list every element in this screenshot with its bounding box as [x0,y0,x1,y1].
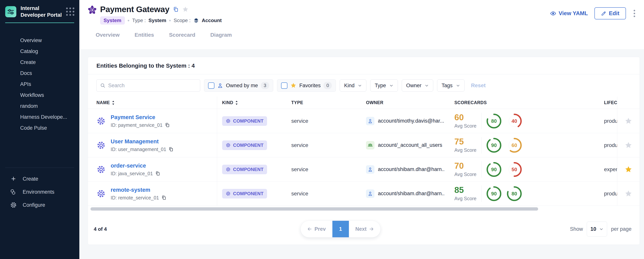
owner-name: account/_account_all_users [378,142,442,148]
svg-text:40: 40 [512,118,517,124]
copy-icon[interactable] [168,147,174,152]
tab[interactable]: Scorecard [169,32,196,49]
entity-name-link[interactable]: order-service [111,162,160,169]
filter-dropdown[interactable]: Owner [402,79,434,92]
kind-badge: COMPONENT [222,116,267,126]
column-header-kind[interactable]: KIND [217,100,280,105]
search-input[interactable] [108,82,196,88]
scorecard-ring-gauge[interactable]: 40 [506,113,522,129]
edit-button-label: Edit [609,10,620,16]
type-cell: service [280,166,356,172]
filter-dropdown[interactable]: Type [370,79,398,92]
view-yaml-button[interactable]: View YAML [550,10,588,16]
filter-dropdown[interactable]: Tags [437,79,464,92]
sidebar-item-create[interactable]: + Create [0,172,79,186]
sidebar-nav-item[interactable]: Create [5,57,74,68]
sidebar-nav-item[interactable]: Harness Develope... [5,112,74,122]
favorite-star-icon[interactable] [182,6,189,13]
scorecard-ring-gauge[interactable]: 90 [486,162,502,178]
table-row[interactable]: remote-system ID: remote_service_01 [88,182,640,206]
tab[interactable]: Diagram [210,32,232,49]
next-page-button[interactable]: Next [349,221,380,237]
name-cell: remote-system ID: remote_service_01 [88,182,217,206]
copy-icon[interactable] [155,171,160,176]
scorecard-ring-gauge[interactable]: 50 [506,162,522,178]
checkbox[interactable] [208,82,214,89]
favorite-star-icon[interactable] [624,190,632,198]
copy-icon[interactable] [165,122,170,128]
prev-page-button[interactable]: Prev [301,221,332,237]
sidebar-item-configure-label: Configure [23,202,45,208]
table-row[interactable]: User Management ID: user_management_01 [88,133,640,157]
scorecard-ring-gauge[interactable]: 90 [486,137,502,153]
search-box [96,79,200,92]
more-options-kebab-icon[interactable] [632,8,636,19]
horizontal-scrollbar[interactable] [90,207,538,210]
owner-name: account/shibam.dhar@harn... [378,166,445,172]
sidebar-nav-item[interactable]: Workflows [5,90,74,101]
scorecard-ring-gauge[interactable]: 80 [486,113,502,129]
sidebar-nav-item[interactable]: random [5,101,74,112]
sidebar-nav-item[interactable]: Catalog [5,46,74,57]
copy-icon[interactable] [173,6,179,12]
avg-score-value: 85 [454,186,480,194]
filter-dropdowns: Kind Type Owner Tags [340,79,464,92]
scorecards-cell: 85 Avg Score 90 [445,186,594,202]
owned-by-me-count: 3 [261,82,269,89]
avg-score: 75 Avg Score [454,138,480,153]
entity-tabs: Overview Entities Scorecard Diagram [79,24,644,49]
scorecard-ring-gauge[interactable]: 90 [486,186,502,202]
favorite-star-icon[interactable] [624,166,632,173]
checkbox[interactable] [281,82,288,89]
filter-dropdown[interactable]: Kind [340,79,366,92]
favorite-star-icon[interactable] [624,117,632,125]
table-row[interactable]: Payment Service ID: payment_service_01 [88,109,640,133]
svg-text:90: 90 [491,142,497,148]
copy-icon[interactable] [162,195,166,200]
hexagons-icon [10,188,17,196]
kind-badge-label: COMPONENT [233,142,264,148]
table-row[interactable]: order-service ID: java_service_01 [88,157,640,182]
favorites-filter[interactable]: Favorites 0 [277,79,336,92]
entity-name-link[interactable]: remote-system [111,187,166,193]
component-gear-icon [96,116,106,126]
edit-button[interactable]: Edit [594,7,626,20]
owned-by-me-label: Owned by me [226,82,258,88]
page-size-select[interactable]: 10 [587,222,607,236]
type-cell: service [280,118,356,124]
sidebar-item-configure[interactable]: Configure [0,198,79,212]
sidebar-nav-item[interactable]: APIs [5,79,74,90]
person-icon [217,82,223,88]
tab[interactable]: Overview [96,32,120,49]
sidebar-nav-item[interactable]: Docs [5,68,74,79]
scorecard-ring-gauge[interactable]: 60 [506,137,522,153]
sidebar-item-environments[interactable]: Environments [0,186,79,198]
owner-cell: account/timothy.davis@har... [356,117,445,125]
tab[interactable]: Entities [135,32,154,49]
entity-name-link[interactable]: User Management [111,138,174,145]
entities-card: Entities Belonging to the System : 4 [88,57,640,245]
favorite-star-icon[interactable] [624,142,632,149]
brand: Internal Developer Portal [0,0,79,22]
pagination-pill: Prev 1 Next [300,220,380,238]
svg-text:50: 50 [512,166,517,172]
avg-score: 70 Avg Score [454,162,480,177]
page-number-button[interactable]: 1 [332,221,349,237]
avg-score-label: Avg Score [454,123,480,129]
sidebar-nav-item[interactable]: Code Pulse [5,122,74,134]
reset-filters-button[interactable]: Reset [471,82,486,88]
favorites-label: Favorites [299,82,321,88]
kind-cell: COMPONENT [217,140,280,150]
entity-name-link[interactable]: Payment Service [111,114,170,120]
tab-label: Diagram [210,32,232,38]
sidebar-nav-item-label: Create [20,59,36,65]
app-grid-icon[interactable] [66,8,74,16]
name-cell: Payment Service ID: payment_service_01 [88,109,217,133]
favorites-count: 0 [324,82,332,89]
owned-by-me-filter[interactable]: Owned by me 3 [204,79,273,92]
chevron-down-icon [599,227,604,231]
scorecard-ring-gauge[interactable]: 80 [506,186,522,202]
entity-id: ID: user_management_01 [111,146,174,152]
column-header-name[interactable]: NAME [88,97,217,109]
sidebar-nav-item[interactable]: Overview [5,35,74,46]
